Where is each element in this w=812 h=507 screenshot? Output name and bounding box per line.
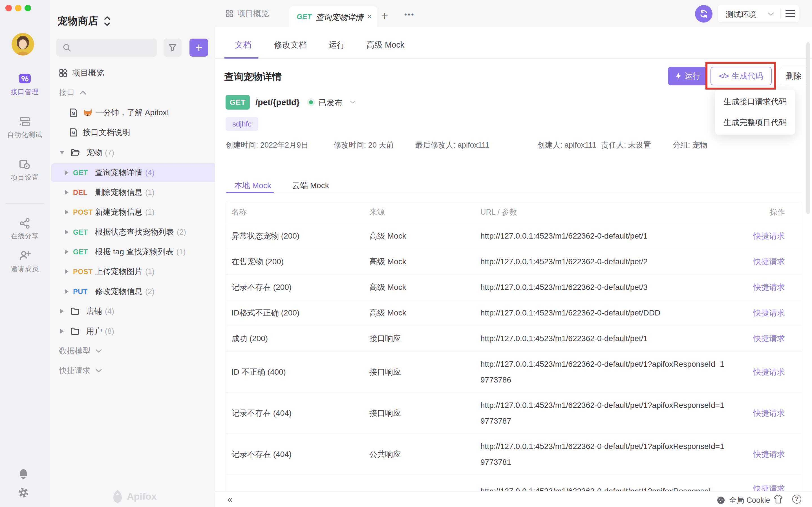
svg-text:M: M [71,130,75,135]
project-switcher-icon[interactable] [104,16,110,27]
endpoint-get-pets-by-status[interactable]: GET 根据状态查找宠物列表(2) [50,223,215,241]
folder-icon [70,307,80,315]
project-name[interactable]: 宠物商店 [57,14,98,28]
method-badge: GET [73,228,88,236]
folder-open-icon [70,149,80,157]
col-header-source: 来源 [369,207,385,217]
table-row[interactable]: ID格式不正确 (200) 高级 Mock http://127.0.0.1:4… [226,300,802,326]
notifications-bell-icon[interactable] [18,468,29,482]
settings-gear-icon[interactable] [17,487,30,500]
menu-item-generate-request-code[interactable]: 生成接口请求代码 [715,91,795,112]
filter-button[interactable] [163,39,182,57]
quick-request-link[interactable]: 快捷请求 [753,408,785,418]
new-tab-button[interactable]: + [381,9,388,23]
rail-item-project-settings[interactable]: 项目设置 [0,158,50,182]
endpoint-get-pets-by-tag[interactable]: GET 根据 tag 查找宠物列表(1) [50,242,215,261]
folder-users[interactable]: 用户(8) [50,322,215,341]
tab-title: 查询宠物详情 [316,12,363,23]
add-new-button[interactable]: + [190,39,208,57]
traffic-light-close[interactable] [5,5,12,11]
collapse-chevron-icon [79,91,87,95]
rail-item-online-share[interactable]: 在线分享 [0,217,50,240]
section-label: 接口 [59,87,75,98]
chevron-down-icon[interactable] [767,12,774,16]
quick-request-link[interactable]: 快捷请求 [753,449,785,460]
endpoint-put-update-pet[interactable]: PUT 修改宠物信息(2) [50,282,215,301]
rail-divider [6,203,44,204]
run-button[interactable]: 运行 [668,67,707,86]
collapse-sidebar-icon[interactable]: « [227,494,233,505]
endpoint-tag[interactable]: sdjhfc [225,117,258,131]
rail-item-api-management[interactable]: 接口管理 [0,72,50,96]
section-api[interactable]: 接口 [50,83,215,102]
tab-run[interactable]: 运行 [329,40,345,51]
help-icon[interactable]: ? [792,495,801,504]
cell-source: 接口响应 [369,367,401,378]
close-tab-icon[interactable]: × [367,11,372,22]
cell-source: 高级 Mock [369,256,406,267]
apifox-watermark: Apifox [111,489,157,503]
endpoint-get-pet-detail[interactable]: GET 查询宠物详情(4) [50,163,215,182]
table-row[interactable]: 记录不存在 (404) 公共响应 http://127.0.0.1:4523/m… [226,434,802,475]
method-badge: DEL [73,188,88,196]
tab-project-overview[interactable]: 项目概览 [225,0,269,27]
tab-docs[interactable]: 文档 [235,40,251,51]
table-row[interactable]: 记录不存在 (200) 高级 Mock http://127.0.0.1:452… [226,275,802,300]
status-text[interactable]: 已发布 [319,98,342,108]
folder-shop[interactable]: 店铺(4) [50,302,215,321]
tab-cloud-mock[interactable]: 云端 Mock [292,180,329,191]
table-row[interactable]: 异常状态宠物 (200) 高级 Mock http://127.0.0.1:45… [226,223,802,249]
meta-created-time: 创建时间: 2022年2月9日 [225,140,308,150]
status-chevron-icon[interactable] [350,100,356,104]
quick-request-link[interactable]: 快捷请求 [753,282,785,293]
caret-down-icon [60,151,64,154]
endpoint-post-upload-image[interactable]: POST 上传宠物图片(1) [50,262,215,281]
quick-request-link[interactable]: 快捷请求 [753,367,785,378]
section-quick-requests[interactable]: 快捷请求 [50,361,215,380]
meta-owner: 责任人: 未设置 [601,140,651,150]
caret-right-icon [65,190,68,194]
table-row[interactable]: 记录不存在 (404) 接口响应 http://127.0.0.1:4523/m… [226,393,802,434]
tab-advanced-mock[interactable]: 高级 Mock [366,40,404,51]
caret-right-icon [65,289,68,294]
quick-request-link[interactable]: 快捷请求 [753,231,785,241]
sync-button[interactable] [695,5,712,22]
cell-url: http://127.0.0.1:4523/m1/622362-0-defaul… [480,439,728,470]
cell-name: 记录不存在 (404) [232,408,292,418]
delete-button[interactable]: 删除 [780,67,808,86]
tab-active-endpoint[interactable]: GET 查询宠物详情 × [289,6,377,27]
rail-item-invite-members[interactable]: 邀请成员 [0,249,50,273]
sidebar-item-project-overview[interactable]: 项目概览 [50,64,215,82]
traffic-light-zoom[interactable] [24,5,31,11]
quick-request-link[interactable]: 快捷请求 [753,307,785,318]
doc-item-api-docs[interactable]: M 接口文档说明 [50,123,215,142]
endpoint-count: (4) [145,168,154,177]
main-menu-button[interactable] [785,10,795,17]
theme-tshirt-icon[interactable] [774,495,783,504]
table-row[interactable]: 在售宠物 (200) 高级 Mock http://127.0.0.1:4523… [226,249,802,275]
cell-url: http://127.0.0.1:4523/m1/622362-0-defaul… [480,331,728,346]
rail-item-auto-testing[interactable]: 自动化测试 [0,115,50,139]
avatar[interactable] [11,33,34,57]
more-tabs-button[interactable]: ••• [404,10,414,19]
environment-value[interactable]: 测试环境 [726,10,756,20]
apifox-logo-icon [111,489,124,503]
endpoint-del-pet[interactable]: DEL 删除宠物信息(1) [50,183,215,202]
menu-item-generate-project-code[interactable]: 生成完整项目代码 [715,112,795,133]
doc-item-intro[interactable]: M 一分钟，了解 Apifox! [50,103,215,122]
chevron-down-icon [95,349,102,353]
tab-edit-docs[interactable]: 修改文档 [274,40,307,51]
section-data-models[interactable]: 数据模型 [50,342,215,360]
table-row[interactable]: ID 不正确 (400) 接口响应 http://127.0.0.1:4523/… [226,351,802,393]
global-cookie-button[interactable]: 全局 Cookie [717,495,770,505]
endpoint-post-new-pet[interactable]: POST 新建宠物信息(1) [50,203,215,221]
table-row[interactable]: 成功 (200) 接口响应 http://127.0.0.1:4523/m1/6… [226,326,802,351]
search-input[interactable] [56,39,157,57]
quick-request-link[interactable]: 快捷请求 [753,256,785,267]
vertical-scrollbar[interactable] [806,42,810,214]
plus-icon: + [381,9,388,22]
tab-local-mock[interactable]: 本地 Mock [234,180,271,191]
quick-request-link[interactable]: 快捷请求 [753,333,785,344]
folder-pets[interactable]: 宠物(7) [50,144,215,162]
traffic-light-minimize[interactable] [15,5,21,11]
